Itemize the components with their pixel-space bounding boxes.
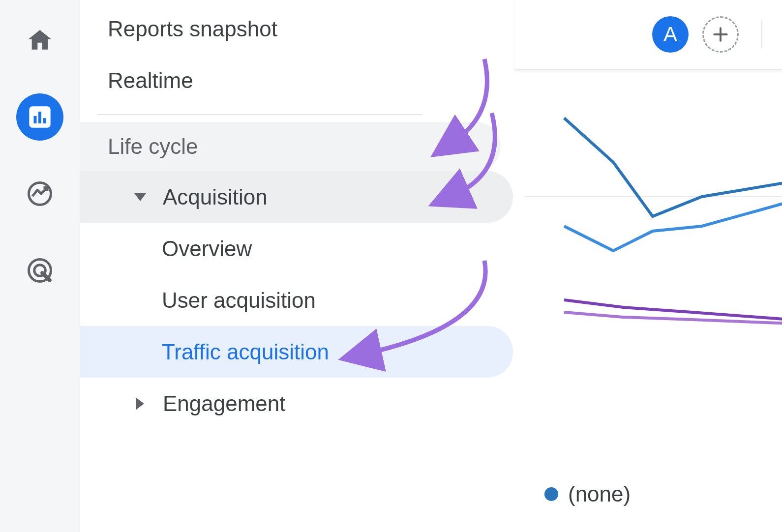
nav-traffic-acquisition[interactable]: Traffic acquisition <box>80 326 513 378</box>
toolbar-divider <box>761 21 762 48</box>
reports-icon <box>27 104 53 130</box>
nav-acquisition-overview[interactable]: Overview <box>80 223 513 274</box>
svg-rect-1 <box>33 116 36 123</box>
nav-user-acquisition[interactable]: User acquisition <box>80 274 513 326</box>
legend-dot-icon <box>544 487 558 501</box>
svg-rect-2 <box>38 112 41 123</box>
nav-acquisition[interactable]: Acquisition <box>80 171 513 223</box>
nav-section-lifecycle[interactable]: Life cycle <box>80 122 501 171</box>
home-icon <box>26 27 54 54</box>
line-chart-icon <box>525 98 782 354</box>
nav-label: Reports snapshot <box>108 17 277 41</box>
advertising-icon <box>25 256 55 285</box>
chart-fragment: (none) <box>525 98 782 532</box>
nav-divider <box>97 114 422 115</box>
plus-icon <box>711 25 730 44</box>
reports-nav-panel: Reports snapshot Realtime Life cycle Acq… <box>80 0 515 532</box>
rail-explore[interactable] <box>16 170 63 217</box>
rail-advertising[interactable] <box>16 247 63 294</box>
nav-label: Traffic acquisition <box>162 340 329 364</box>
caret-down-icon <box>134 193 146 201</box>
rail-home[interactable] <box>16 17 63 64</box>
legend-label: (none) <box>568 482 631 506</box>
segment-chip-a[interactable]: A <box>652 16 689 53</box>
nav-label: Realtime <box>108 68 193 93</box>
nav-label: Acquisition <box>163 185 268 209</box>
chevron-up-icon <box>454 138 471 155</box>
icon-rail <box>0 0 80 532</box>
content-area: A (none) <box>515 0 782 532</box>
segment-letter: A <box>663 23 677 46</box>
nav-label: Engagement <box>163 391 286 416</box>
nav-label: User acquisition <box>162 288 316 313</box>
nav-realtime[interactable]: Realtime <box>80 55 515 106</box>
nav-engagement[interactable]: Engagement <box>80 378 513 429</box>
explore-icon <box>25 179 55 208</box>
nav-label: Life cycle <box>108 134 198 159</box>
add-comparison-button[interactable] <box>702 16 739 53</box>
comparison-toolbar: A <box>515 0 782 70</box>
rail-reports[interactable] <box>16 93 63 141</box>
nav-label: Overview <box>162 236 252 261</box>
legend-item-none[interactable]: (none) <box>544 482 631 506</box>
nav-reports-snapshot[interactable]: Reports snapshot <box>80 3 515 55</box>
caret-right-icon <box>136 398 144 410</box>
svg-rect-3 <box>43 118 46 123</box>
